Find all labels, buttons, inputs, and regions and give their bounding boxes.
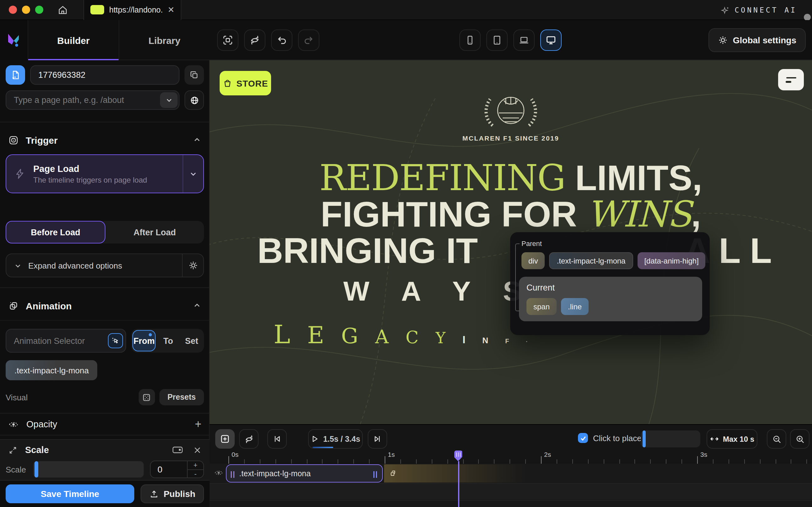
animation-extent-strip — [384, 464, 525, 483]
trigger-section-header[interactable]: Trigger — [0, 130, 210, 149]
click-to-place-control[interactable]: Click to place — [578, 433, 642, 443]
global-settings-button[interactable]: Global settings — [708, 28, 806, 52]
clip-right-handle[interactable]: || — [369, 470, 382, 477]
trigger-type-dropdown[interactable] — [183, 155, 203, 192]
play-progress-bar — [312, 447, 333, 448]
scale-value-input[interactable]: 0 — [151, 461, 187, 477]
scale-increment-button[interactable]: + — [188, 461, 203, 470]
selector-chip[interactable]: .text-impact-lg-mona — [549, 252, 633, 269]
save-timeline-button[interactable]: Save Timeline — [6, 485, 134, 503]
element-picker-button[interactable] — [108, 333, 123, 348]
scale-decrement-button[interactable]: - — [188, 470, 203, 477]
play-button[interactable]: 1.5s / 3.4s — [308, 429, 363, 449]
page-id-input[interactable] — [30, 65, 179, 85]
path-dropdown-button[interactable] — [160, 92, 178, 108]
parent-chips: div.text-impact-lg-mona[data-anim-high] — [521, 252, 702, 269]
scale-slider[interactable] — [33, 461, 144, 477]
mode-set[interactable]: Set — [180, 330, 203, 351]
add-opacity-keyframe-button[interactable]: + — [195, 417, 201, 431]
selector-chip[interactable]: span — [526, 298, 557, 315]
browser-tab[interactable]: https://landono... ✕ — [83, 0, 181, 20]
badge-caption: MCLAREN F1 SINCE 2019 — [462, 134, 559, 142]
timeline-zoom-slider[interactable] — [641, 431, 700, 447]
expand-icon — [8, 445, 17, 455]
empty-track-row[interactable] — [210, 500, 812, 507]
zoom-window-button[interactable] — [35, 6, 43, 14]
store-button[interactable]: STORE — [220, 71, 271, 95]
randomize-button[interactable] — [139, 389, 155, 405]
zoom-out-button[interactable] — [767, 429, 786, 449]
mode-to[interactable]: To — [157, 330, 179, 351]
property-row-opacity[interactable]: Opacity + — [0, 413, 210, 435]
redo-icon — [303, 35, 314, 46]
laptop-icon — [518, 35, 530, 46]
tab-builder[interactable]: Builder — [27, 20, 119, 60]
selected-class-chip[interactable]: .text-impact-lg-mona — [6, 360, 98, 380]
page-button[interactable] — [6, 65, 25, 85]
tab-close-icon[interactable]: ✕ — [168, 5, 174, 14]
stacked-layers-icon — [389, 469, 397, 477]
keyframe-display-icon[interactable] — [172, 446, 183, 454]
copy-page-id-button[interactable] — [184, 65, 204, 85]
selector-chip[interactable]: [data-anim-high] — [637, 252, 705, 269]
track-visibility-toggle[interactable] — [214, 468, 223, 477]
tablet-icon — [491, 35, 503, 46]
loop-playback-button[interactable] — [239, 429, 258, 449]
animation-section-header[interactable]: Animation — [0, 296, 210, 315]
select-element-button[interactable] — [217, 30, 238, 51]
current-label: Current — [526, 283, 695, 292]
layers-icon — [8, 300, 19, 311]
publish-button[interactable]: Publish — [140, 485, 204, 503]
device-laptop-button[interactable] — [513, 30, 535, 51]
advanced-settings-button[interactable] — [182, 254, 203, 277]
scale-title: Scale — [25, 445, 49, 455]
device-desktop-button[interactable] — [540, 30, 562, 51]
zoom-in-button[interactable] — [790, 429, 810, 449]
headline-line-1[interactable]: REDEFINING LIMITS, — [210, 159, 812, 196]
max-duration-button[interactable]: Max 10 s — [707, 429, 757, 449]
connect-ai-button[interactable]: CONNECT AI — [720, 0, 797, 20]
presets-button[interactable]: Presets — [159, 389, 204, 405]
page-path-input[interactable] — [6, 90, 179, 110]
time-display: 1.5s / 3.4s — [323, 435, 360, 443]
loop-icon — [249, 35, 260, 46]
loop-preview-button[interactable] — [244, 30, 266, 51]
app-logo[interactable] — [0, 20, 27, 60]
headline-line-2[interactable]: FIGHTING FOR WINS, — [210, 196, 812, 232]
add-keyframe-button[interactable] — [215, 429, 235, 449]
collapse-animation-icon[interactable] — [193, 301, 201, 310]
skip-to-end-button[interactable] — [368, 429, 387, 449]
scale-slider-handle[interactable] — [35, 461, 38, 477]
selector-chip[interactable]: div — [521, 252, 545, 269]
click-to-place-checkbox[interactable] — [578, 433, 588, 443]
timeline-clip[interactable]: || .text-impact-lg-mona || — [226, 464, 383, 483]
clip-left-handle[interactable]: || — [227, 470, 239, 477]
preview-page-button[interactable] — [184, 90, 204, 110]
magic-cursor-icon — [111, 336, 120, 345]
site-menu-button[interactable] — [778, 69, 804, 90]
selector-chip[interactable]: .line — [561, 298, 589, 315]
redo-button[interactable] — [298, 30, 320, 51]
timeline-zoom-handle[interactable] — [643, 431, 646, 447]
device-phone-button[interactable] — [459, 30, 481, 51]
after-load-option[interactable]: After Load — [105, 221, 204, 243]
timeline-ruler[interactable]: 0s1s2s3s — [210, 451, 812, 464]
minimize-window-button[interactable] — [22, 6, 30, 14]
collapse-trigger-icon[interactable] — [193, 135, 201, 144]
home-icon[interactable] — [52, 0, 73, 20]
mode-from[interactable]: From — [132, 330, 156, 351]
undo-button[interactable] — [271, 30, 292, 51]
before-load-option[interactable]: Before Load — [6, 221, 105, 243]
tab-library[interactable]: Library — [119, 20, 210, 60]
gear-icon — [718, 35, 728, 45]
device-tablet-button[interactable] — [486, 30, 508, 51]
desktop-icon — [545, 35, 557, 46]
trigger-type-card[interactable]: Page Load The timeline triggers on page … — [6, 154, 204, 193]
close-scale-icon[interactable] — [193, 446, 201, 454]
loop-icon — [244, 434, 254, 444]
site-preview-canvas[interactable]: STORE MCLAREN F1 SINCE 2019 REDEFINING L… — [210, 60, 812, 424]
expand-advanced-options[interactable]: Expand advanced options — [6, 253, 204, 277]
empty-track-row[interactable] — [210, 483, 812, 500]
skip-to-start-button[interactable] — [267, 429, 287, 449]
close-window-button[interactable] — [9, 6, 17, 14]
